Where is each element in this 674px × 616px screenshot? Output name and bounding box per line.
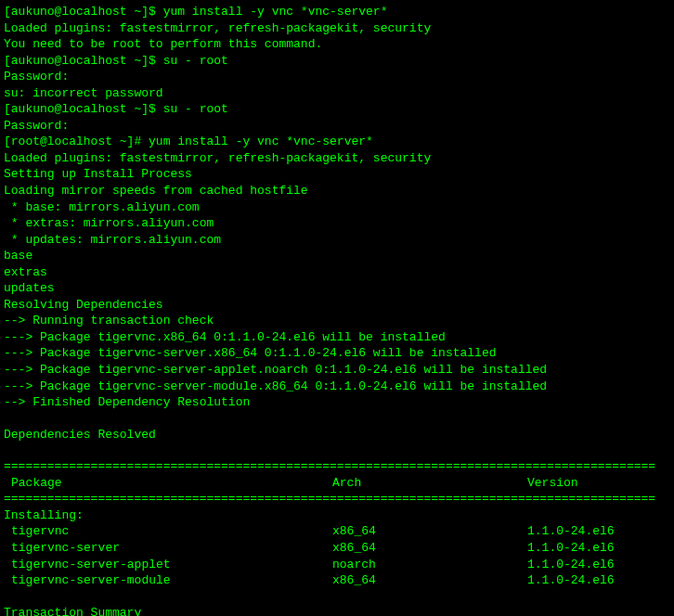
transaction-summary: Transaction Summary	[4, 605, 670, 616]
cell-package: tigervnc-server-module	[4, 572, 332, 589]
terminal-line: Loaded plugins: fastestmirror, refresh-p…	[4, 20, 670, 37]
terminal-line: * base: mirrors.aliyun.com	[4, 199, 670, 216]
table-header: Package Arch Version	[4, 475, 670, 492]
cell-version: 1.1.0-24.el6	[527, 523, 670, 540]
cell-arch: x86_64	[332, 523, 527, 540]
cell-arch: noarch	[332, 557, 527, 573]
terminal-line: ---> Package tigervnc-server-applet.noar…	[4, 362, 670, 379]
cell-version: 1.1.0-24.el6	[527, 540, 670, 557]
terminal-line: ---> Package tigervnc-server.x86_64 0:1.…	[4, 345, 670, 362]
terminal-line: Password:	[4, 118, 670, 135]
cell-package: tigervnc-server-applet	[4, 557, 332, 573]
terminal-line: [aukuno@localhost ~]$ yum install -y vnc…	[4, 4, 670, 20]
terminal-line: --> Running transaction check	[4, 313, 670, 329]
terminal-line: [aukuno@localhost ~]$ su - root	[4, 101, 670, 118]
cell-package: tigervnc-server	[4, 540, 332, 557]
installing-label: Installing:	[4, 507, 670, 524]
terminal-line: Setting up Install Process	[4, 166, 670, 183]
cell-package: tigervnc	[4, 523, 332, 540]
terminal-line: [root@localhost ~]# yum install -y vnc *…	[4, 134, 670, 150]
cell-version: 1.1.0-24.el6	[527, 557, 670, 573]
header-arch: Arch	[332, 475, 527, 492]
terminal-line: base	[4, 248, 670, 264]
table-divider: ========================================…	[4, 458, 670, 475]
cell-arch: x86_64	[332, 572, 527, 589]
terminal-line: ---> Package tigervnc.x86_64 0:1.1.0-24.…	[4, 329, 670, 346]
terminal-line	[4, 443, 670, 458]
terminal-line	[4, 411, 670, 427]
terminal-line: extras	[4, 264, 670, 281]
terminal-line: [aukuno@localhost ~]$ su - root	[4, 53, 670, 70]
cell-arch: x86_64	[332, 540, 527, 557]
table-divider: ========================================…	[4, 491, 670, 507]
terminal-line: Loading mirror speeds from cached hostfi…	[4, 183, 670, 199]
table-row: tigervnc-server-module x86_64 1.1.0-24.e…	[4, 572, 670, 589]
terminal-line: Password:	[4, 69, 670, 85]
cell-version: 1.1.0-24.el6	[527, 572, 670, 589]
header-version: Version	[527, 475, 670, 492]
terminal-line: You need to be root to perform this comm…	[4, 36, 670, 53]
table-row: tigervnc x86_64 1.1.0-24.el6	[4, 523, 670, 540]
terminal-line: updates	[4, 280, 670, 297]
terminal-line: * extras: mirrors.aliyun.com	[4, 215, 670, 232]
terminal-line	[4, 589, 670, 605]
terminal-line: --> Finished Dependency Resolution	[4, 394, 670, 411]
table-row: tigervnc-server x86_64 1.1.0-24.el6	[4, 540, 670, 557]
terminal-line: * updates: mirrors.aliyun.com	[4, 232, 670, 249]
terminal-line: ---> Package tigervnc-server-module.x86_…	[4, 379, 670, 395]
header-package: Package	[4, 475, 332, 492]
terminal-line: su: incorrect password	[4, 85, 670, 102]
terminal-line: Loaded plugins: fastestmirror, refresh-p…	[4, 150, 670, 167]
table-row: tigervnc-server-applet noarch 1.1.0-24.e…	[4, 557, 670, 573]
terminal-line: Dependencies Resolved	[4, 427, 670, 443]
terminal-line: Resolving Dependencies	[4, 297, 670, 314]
